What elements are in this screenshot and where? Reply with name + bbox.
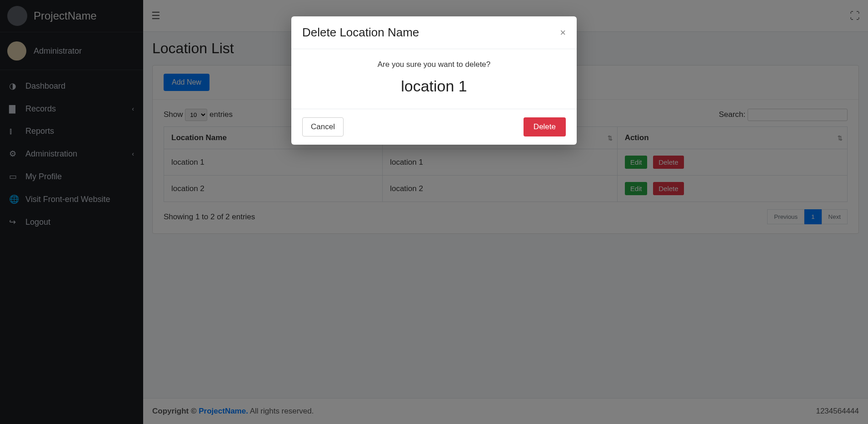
- modal-header: Delete Location Name ×: [291, 16, 577, 49]
- close-icon[interactable]: ×: [560, 27, 566, 39]
- confirm-delete-button[interactable]: Delete: [524, 117, 566, 136]
- modal-entity: location 1: [302, 77, 566, 95]
- cancel-button[interactable]: Cancel: [302, 117, 344, 136]
- modal-footer: Cancel Delete: [291, 109, 577, 145]
- delete-modal: Delete Location Name × Are you sure you …: [291, 16, 577, 145]
- modal-body: Are you sure you want to delete? locatio…: [291, 49, 577, 109]
- modal-title: Delete Location Name: [302, 25, 419, 40]
- modal-confirm-text: Are you sure you want to delete?: [302, 60, 566, 69]
